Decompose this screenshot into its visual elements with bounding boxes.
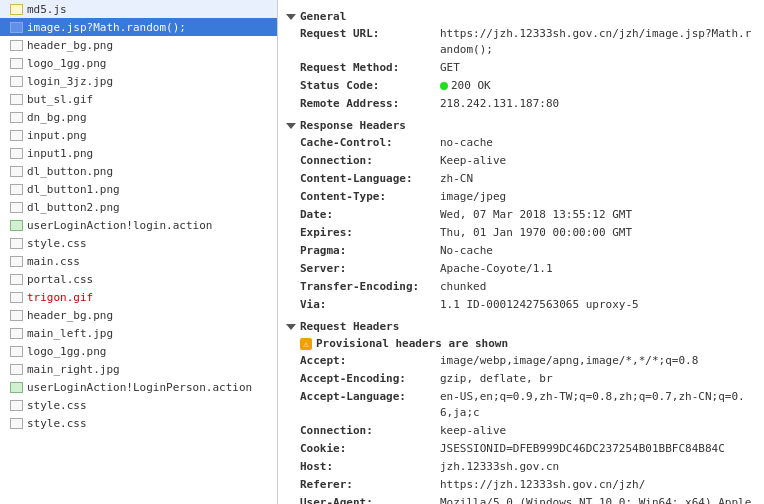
field-key: Accept: — [300, 353, 440, 369]
file-list-item[interactable]: dl_button2.png — [0, 198, 277, 216]
field-key: Request URL: — [300, 26, 440, 58]
response-header-row: Cache-Control:no-cache — [286, 134, 756, 152]
file-list-item[interactable]: md5.js — [0, 0, 277, 18]
field-value: JSESSIONID=DFEB999DC46DC237254B01BBFC84B… — [440, 441, 725, 457]
file-list-item[interactable]: login_3jz.jpg — [0, 72, 277, 90]
file-list-item[interactable]: main.css — [0, 252, 277, 270]
file-list-item[interactable]: dl_button.png — [0, 162, 277, 180]
file-list-item[interactable]: logo_1gg.png — [0, 342, 277, 360]
response-header-row: Expires:Thu, 01 Jan 1970 00:00:00 GMT — [286, 224, 756, 242]
request-headers-collapse-icon[interactable] — [286, 324, 296, 330]
general-collapse-icon[interactable] — [286, 14, 296, 20]
response-headers-collapse-icon[interactable] — [286, 123, 296, 129]
file-name: dl_button.png — [27, 165, 113, 178]
response-header-row: Via:1.1 ID-00012427563065 uproxy-5 — [286, 296, 756, 314]
file-list-item[interactable]: userLoginAction!login.action — [0, 216, 277, 234]
response-header-row: Pragma:No-cache — [286, 242, 756, 260]
provisional-warning: ⚠ Provisional headers are shown — [286, 335, 756, 352]
file-list-item[interactable]: logo_1gg.png — [0, 54, 277, 72]
field-value: Mozilla/5.0 (Windows NT 10.0; Win64; x64… — [440, 495, 756, 504]
file-icon — [8, 164, 24, 178]
field-key: Accept-Language: — [300, 389, 440, 421]
field-key: Connection: — [300, 153, 440, 169]
file-icon — [8, 308, 24, 322]
field-value: https://jzh.12333sh.gov.cn/jzh/ — [440, 477, 645, 493]
file-name: userLoginAction!LoginPerson.action — [27, 381, 252, 394]
file-icon — [8, 398, 24, 412]
file-list-item[interactable]: dl_button1.png — [0, 180, 277, 198]
file-icon — [8, 182, 24, 196]
request-header-row: Accept:image/webp,image/apng,image/*,*/*… — [286, 352, 756, 370]
file-icon — [8, 254, 24, 268]
file-icon — [8, 146, 24, 160]
file-icon — [8, 218, 24, 232]
field-key: Accept-Encoding: — [300, 371, 440, 387]
field-value: zh-CN — [440, 171, 473, 187]
general-field-row: Remote Address:218.242.131.187:80 — [286, 95, 756, 113]
file-list-item[interactable]: main_right.jpg — [0, 360, 277, 378]
field-value: https://jzh.12333sh.gov.cn/jzh/image.jsp… — [440, 26, 756, 58]
file-list-item[interactable]: style.css — [0, 396, 277, 414]
response-header-row: Content-Language:zh-CN — [286, 170, 756, 188]
response-header-row: Transfer-Encoding:chunked — [286, 278, 756, 296]
file-list-item[interactable]: input1.png — [0, 144, 277, 162]
file-name: main_left.jpg — [27, 327, 113, 340]
file-list-item[interactable]: header_bg.png — [0, 36, 277, 54]
field-value: gzip, deflate, br — [440, 371, 553, 387]
file-list-item[interactable]: but_sl.gif — [0, 90, 277, 108]
file-list-item[interactable]: style.css — [0, 414, 277, 432]
general-fields: Request URL:https://jzh.12333sh.gov.cn/j… — [286, 25, 756, 113]
request-header-row: Accept-Language:en-US,en;q=0.9,zh-TW;q=0… — [286, 388, 756, 422]
request-header-row: Accept-Encoding:gzip, deflate, br — [286, 370, 756, 388]
file-name: header_bg.png — [27, 39, 113, 52]
file-name: logo_1gg.png — [27, 57, 106, 70]
file-icon — [8, 272, 24, 286]
warning-icon: ⚠ — [300, 338, 312, 350]
field-key: Transfer-Encoding: — [300, 279, 440, 295]
file-icon — [8, 362, 24, 376]
response-header-row: Server:Apache-Coyote/1.1 — [286, 260, 756, 278]
file-list-item[interactable]: input.png — [0, 126, 277, 144]
field-key: Date: — [300, 207, 440, 223]
field-key: Referer: — [300, 477, 440, 493]
field-value: 1.1 ID-00012427563065 uproxy-5 — [440, 297, 639, 313]
field-key: Status Code: — [300, 78, 440, 94]
general-label: General — [300, 10, 346, 23]
field-value: image/webp,image/apng,image/*,*/*;q=0.8 — [440, 353, 698, 369]
file-list-item[interactable]: header_bg.png — [0, 306, 277, 324]
field-key: Server: — [300, 261, 440, 277]
file-list-item[interactable]: userLoginAction!LoginPerson.action — [0, 378, 277, 396]
field-key: Via: — [300, 297, 440, 313]
field-key: Cookie: — [300, 441, 440, 457]
file-icon — [8, 92, 24, 106]
file-name: header_bg.png — [27, 309, 113, 322]
file-name: trigon.gif — [27, 291, 93, 304]
file-list-item[interactable]: main_left.jpg — [0, 324, 277, 342]
file-list-panel: md5.jsimage.jsp?Math.random();header_bg.… — [0, 0, 278, 504]
file-name: style.css — [27, 399, 87, 412]
response-headers-section-header: Response Headers — [286, 119, 756, 132]
file-list-item[interactable]: portal.css — [0, 270, 277, 288]
status-dot — [440, 82, 448, 90]
field-value: no-cache — [440, 135, 493, 151]
field-value: image/jpeg — [440, 189, 506, 205]
file-name: image.jsp?Math.random(); — [27, 21, 186, 34]
file-list-item[interactable]: image.jsp?Math.random(); — [0, 18, 277, 36]
field-key: Host: — [300, 459, 440, 475]
file-icon — [8, 20, 24, 34]
field-value: Keep-alive — [440, 153, 506, 169]
field-key: Cache-Control: — [300, 135, 440, 151]
file-name: portal.css — [27, 273, 93, 286]
field-key: Pragma: — [300, 243, 440, 259]
file-list-item[interactable]: trigon.gif — [0, 288, 277, 306]
response-header-row: Content-Type:image/jpeg — [286, 188, 756, 206]
field-value: No-cache — [440, 243, 493, 259]
request-headers-section-header: Request Headers — [286, 320, 756, 333]
field-value: Wed, 07 Mar 2018 13:55:12 GMT — [440, 207, 632, 223]
file-name: main_right.jpg — [27, 363, 120, 376]
file-list-item[interactable]: dn_bg.png — [0, 108, 277, 126]
request-header-fields: Accept:image/webp,image/apng,image/*,*/*… — [286, 352, 756, 504]
file-list-item[interactable]: style.css — [0, 234, 277, 252]
field-value: 218.242.131.187:80 — [440, 96, 559, 112]
file-icon — [8, 38, 24, 52]
